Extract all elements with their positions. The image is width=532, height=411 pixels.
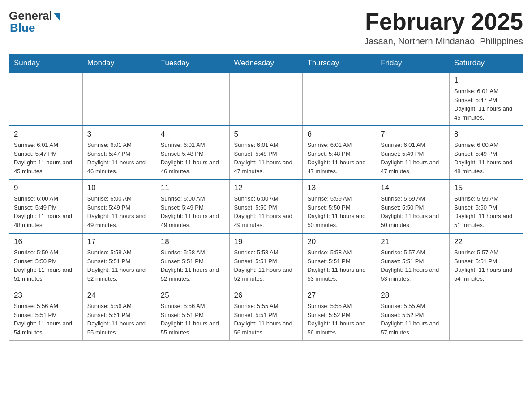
title-area: February 2025 Jasaan, Northern Mindanao,… <box>364 9 523 47</box>
location-subtitle: Jasaan, Northern Mindanao, Philippines <box>364 36 523 47</box>
logo-arrow-icon <box>54 13 60 21</box>
table-row: 4Sunrise: 6:01 AMSunset: 5:48 PMDaylight… <box>156 126 229 180</box>
month-title: February 2025 <box>364 9 523 34</box>
day-info: Sunrise: 5:59 AMSunset: 5:50 PMDaylight:… <box>307 194 371 229</box>
calendar-week-row: 9Sunrise: 6:00 AMSunset: 5:49 PMDaylight… <box>9 180 523 233</box>
table-row: 6Sunrise: 6:01 AMSunset: 5:48 PMDaylight… <box>303 126 376 180</box>
day-info: Sunrise: 6:00 AMSunset: 5:49 PMDaylight:… <box>161 194 225 229</box>
day-info: Sunrise: 6:00 AMSunset: 5:50 PMDaylight:… <box>234 194 298 229</box>
day-number: 28 <box>381 291 445 300</box>
table-row: 22Sunrise: 5:57 AMSunset: 5:51 PMDayligh… <box>450 233 523 287</box>
day-info: Sunrise: 5:55 AMSunset: 5:52 PMDaylight:… <box>307 302 371 337</box>
day-info: Sunrise: 5:56 AMSunset: 5:51 PMDaylight:… <box>161 302 225 337</box>
table-row: 12Sunrise: 6:00 AMSunset: 5:50 PMDayligh… <box>229 180 303 233</box>
table-row: 14Sunrise: 5:59 AMSunset: 5:50 PMDayligh… <box>376 180 450 233</box>
day-number: 18 <box>161 237 225 246</box>
table-row <box>376 73 450 126</box>
day-info: Sunrise: 5:56 AMSunset: 5:51 PMDaylight:… <box>87 302 151 337</box>
calendar-week-row: 23Sunrise: 5:56 AMSunset: 5:51 PMDayligh… <box>9 287 523 341</box>
day-info: Sunrise: 5:59 AMSunset: 5:50 PMDaylight:… <box>381 194 445 229</box>
table-row: 2Sunrise: 6:01 AMSunset: 5:47 PMDaylight… <box>9 126 83 180</box>
day-number: 17 <box>87 237 151 246</box>
calendar-week-row: 1Sunrise: 6:01 AMSunset: 5:47 PMDaylight… <box>9 73 523 126</box>
table-row: 20Sunrise: 5:58 AMSunset: 5:51 PMDayligh… <box>303 233 376 287</box>
col-tuesday: Tuesday <box>156 54 229 73</box>
table-row: 21Sunrise: 5:57 AMSunset: 5:51 PMDayligh… <box>376 233 450 287</box>
day-info: Sunrise: 6:00 AMSunset: 5:49 PMDaylight:… <box>454 141 518 176</box>
day-info: Sunrise: 6:01 AMSunset: 5:47 PMDaylight:… <box>87 141 151 176</box>
col-saturday: Saturday <box>450 54 523 73</box>
day-info: Sunrise: 5:58 AMSunset: 5:51 PMDaylight:… <box>87 248 151 283</box>
day-info: Sunrise: 5:59 AMSunset: 5:50 PMDaylight:… <box>454 194 518 229</box>
table-row <box>9 73 83 126</box>
calendar-week-row: 2Sunrise: 6:01 AMSunset: 5:47 PMDaylight… <box>9 126 523 180</box>
day-info: Sunrise: 6:01 AMSunset: 5:47 PMDaylight:… <box>454 87 518 122</box>
logo-blue-text: Blue <box>10 21 35 35</box>
calendar-week-row: 16Sunrise: 5:59 AMSunset: 5:50 PMDayligh… <box>9 233 523 287</box>
table-row: 24Sunrise: 5:56 AMSunset: 5:51 PMDayligh… <box>82 287 156 341</box>
col-wednesday: Wednesday <box>229 54 303 73</box>
day-info: Sunrise: 6:00 AMSunset: 5:49 PMDaylight:… <box>87 194 151 229</box>
day-number: 9 <box>14 184 78 193</box>
day-number: 19 <box>234 237 298 246</box>
table-row: 1Sunrise: 6:01 AMSunset: 5:47 PMDaylight… <box>450 73 523 126</box>
day-info: Sunrise: 5:58 AMSunset: 5:51 PMDaylight:… <box>234 248 298 283</box>
logo: General Blue <box>9 9 60 35</box>
day-number: 11 <box>161 184 225 193</box>
table-row: 17Sunrise: 5:58 AMSunset: 5:51 PMDayligh… <box>82 233 156 287</box>
table-row: 23Sunrise: 5:56 AMSunset: 5:51 PMDayligh… <box>9 287 83 341</box>
table-row: 13Sunrise: 5:59 AMSunset: 5:50 PMDayligh… <box>303 180 376 233</box>
day-number: 2 <box>14 130 78 139</box>
day-number: 7 <box>381 130 445 139</box>
day-number: 22 <box>454 237 518 246</box>
table-row <box>229 73 303 126</box>
day-info: Sunrise: 6:01 AMSunset: 5:47 PMDaylight:… <box>14 141 78 176</box>
table-row: 8Sunrise: 6:00 AMSunset: 5:49 PMDaylight… <box>450 126 523 180</box>
col-friday: Friday <box>376 54 450 73</box>
table-row: 7Sunrise: 6:01 AMSunset: 5:49 PMDaylight… <box>376 126 450 180</box>
day-info: Sunrise: 5:57 AMSunset: 5:51 PMDaylight:… <box>381 248 445 283</box>
table-row: 25Sunrise: 5:56 AMSunset: 5:51 PMDayligh… <box>156 287 229 341</box>
day-info: Sunrise: 5:55 AMSunset: 5:52 PMDaylight:… <box>381 302 445 337</box>
day-info: Sunrise: 5:57 AMSunset: 5:51 PMDaylight:… <box>454 248 518 283</box>
table-row: 11Sunrise: 6:00 AMSunset: 5:49 PMDayligh… <box>156 180 229 233</box>
day-info: Sunrise: 5:55 AMSunset: 5:51 PMDaylight:… <box>234 302 298 337</box>
day-number: 5 <box>234 130 298 139</box>
day-number: 3 <box>87 130 151 139</box>
col-sunday: Sunday <box>9 54 83 73</box>
day-info: Sunrise: 6:01 AMSunset: 5:49 PMDaylight:… <box>381 141 445 176</box>
day-number: 6 <box>307 130 371 139</box>
day-info: Sunrise: 6:01 AMSunset: 5:48 PMDaylight:… <box>307 141 371 176</box>
day-number: 23 <box>14 291 78 300</box>
day-info: Sunrise: 5:58 AMSunset: 5:51 PMDaylight:… <box>161 248 225 283</box>
calendar-table: Sunday Monday Tuesday Wednesday Thursday… <box>9 54 523 341</box>
day-number: 14 <box>381 184 445 193</box>
day-number: 8 <box>454 130 518 139</box>
day-info: Sunrise: 6:01 AMSunset: 5:48 PMDaylight:… <box>234 141 298 176</box>
day-number: 15 <box>454 184 518 193</box>
day-info: Sunrise: 5:56 AMSunset: 5:51 PMDaylight:… <box>14 302 78 337</box>
table-row <box>156 73 229 126</box>
table-row: 3Sunrise: 6:01 AMSunset: 5:47 PMDaylight… <box>82 126 156 180</box>
day-number: 27 <box>307 291 371 300</box>
day-number: 12 <box>234 184 298 193</box>
day-number: 10 <box>87 184 151 193</box>
day-info: Sunrise: 5:58 AMSunset: 5:51 PMDaylight:… <box>307 248 371 283</box>
table-row <box>82 73 156 126</box>
day-info: Sunrise: 5:59 AMSunset: 5:50 PMDaylight:… <box>14 248 78 283</box>
day-number: 21 <box>381 237 445 246</box>
day-number: 13 <box>307 184 371 193</box>
table-row: 15Sunrise: 5:59 AMSunset: 5:50 PMDayligh… <box>450 180 523 233</box>
col-monday: Monday <box>82 54 156 73</box>
day-number: 1 <box>454 76 518 85</box>
day-number: 24 <box>87 291 151 300</box>
table-row: 10Sunrise: 6:00 AMSunset: 5:49 PMDayligh… <box>82 180 156 233</box>
table-row: 18Sunrise: 5:58 AMSunset: 5:51 PMDayligh… <box>156 233 229 287</box>
day-info: Sunrise: 6:00 AMSunset: 5:49 PMDaylight:… <box>14 194 78 229</box>
table-row: 28Sunrise: 5:55 AMSunset: 5:52 PMDayligh… <box>376 287 450 341</box>
table-row: 27Sunrise: 5:55 AMSunset: 5:52 PMDayligh… <box>303 287 376 341</box>
day-info: Sunrise: 6:01 AMSunset: 5:48 PMDaylight:… <box>161 141 225 176</box>
day-number: 26 <box>234 291 298 300</box>
page-header: General Blue February 2025 Jasaan, North… <box>9 9 523 47</box>
col-thursday: Thursday <box>303 54 376 73</box>
